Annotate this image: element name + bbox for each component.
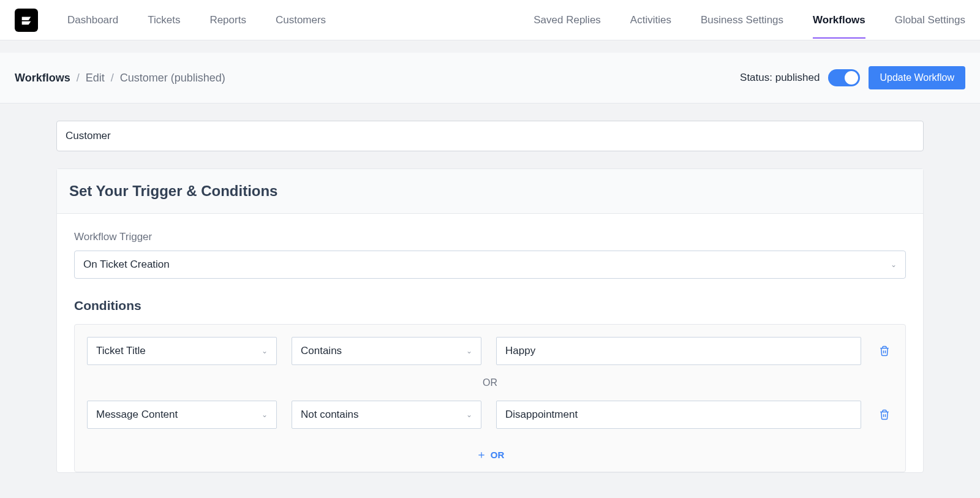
nav-global-settings[interactable]: Global Settings xyxy=(895,2,965,39)
chevron-down-icon: ⌄ xyxy=(262,410,268,419)
update-workflow-button[interactable]: Update Workflow xyxy=(869,66,965,89)
status-toggle[interactable] xyxy=(828,69,860,86)
panel-body: Workflow Trigger On Ticket Creation ⌄ Co… xyxy=(57,214,923,472)
condition-field-value: Message Content xyxy=(96,409,178,421)
nav-business-settings[interactable]: Business Settings xyxy=(701,2,783,39)
nav-customers[interactable]: Customers xyxy=(276,2,326,39)
add-or-button[interactable]: ＋ OR xyxy=(87,443,893,463)
main-container: Set Your Trigger & Conditions Workflow T… xyxy=(0,104,980,497)
trash-icon xyxy=(879,345,890,357)
toggle-knob xyxy=(845,71,858,85)
condition-operator-value: Contains xyxy=(301,345,342,357)
delete-condition-button[interactable] xyxy=(876,345,893,357)
nav-dashboard[interactable]: Dashboard xyxy=(67,2,118,39)
nav-right-group: Saved Replies Activities Business Settin… xyxy=(533,2,965,39)
condition-row: Ticket Title ⌄ Contains ⌄ xyxy=(87,337,893,365)
add-or-label: OR xyxy=(491,450,505,460)
nav-workflows[interactable]: Workflows xyxy=(813,2,865,39)
condition-operator-select[interactable]: Contains ⌄ xyxy=(292,337,481,365)
condition-row: Message Content ⌄ Not contains ⌄ xyxy=(87,401,893,429)
condition-field-value: Ticket Title xyxy=(96,345,146,357)
condition-field-select[interactable]: Message Content ⌄ xyxy=(87,401,277,429)
nav-saved-replies[interactable]: Saved Replies xyxy=(533,2,601,39)
crumb-edit[interactable]: Edit xyxy=(86,72,105,85)
crumb-root[interactable]: Workflows xyxy=(15,72,70,85)
subheader-actions: Status: published Update Workflow xyxy=(740,66,965,89)
panel-heading: Set Your Trigger & Conditions xyxy=(57,169,923,214)
logo-icon xyxy=(20,13,33,27)
subheader: Workflows / Edit / Customer (published) … xyxy=(0,53,980,104)
crumb-sep: / xyxy=(77,72,80,85)
nav-left-group: Dashboard Tickets Reports Customers xyxy=(67,2,326,39)
workflow-name-input[interactable] xyxy=(56,121,924,151)
top-nav: Dashboard Tickets Reports Customers Save… xyxy=(0,0,980,40)
or-separator: OR xyxy=(87,365,893,401)
trigger-label: Workflow Trigger xyxy=(74,231,906,243)
chevron-down-icon: ⌄ xyxy=(466,410,472,419)
chevron-down-icon: ⌄ xyxy=(891,260,897,269)
condition-operator-select[interactable]: Not contains ⌄ xyxy=(292,401,481,429)
nav-tickets[interactable]: Tickets xyxy=(148,2,180,39)
conditions-heading: Conditions xyxy=(74,298,906,313)
spacer xyxy=(87,429,893,443)
crumb-sep: / xyxy=(111,72,114,85)
conditions-box: Ticket Title ⌄ Contains ⌄ xyxy=(74,324,906,472)
app-logo[interactable] xyxy=(15,9,38,32)
breadcrumb: Workflows / Edit / Customer (published) xyxy=(15,72,225,85)
chevron-down-icon: ⌄ xyxy=(262,347,268,355)
trigger-select[interactable]: On Ticket Creation ⌄ xyxy=(74,251,906,279)
chevron-down-icon: ⌄ xyxy=(466,347,472,355)
trigger-value: On Ticket Creation xyxy=(83,258,170,271)
crumb-title: Customer (published) xyxy=(120,72,225,85)
condition-value-input[interactable] xyxy=(496,401,861,429)
nav-activities[interactable]: Activities xyxy=(630,2,671,39)
delete-condition-button[interactable] xyxy=(876,409,893,420)
nav-reports[interactable]: Reports xyxy=(209,2,246,39)
trigger-panel: Set Your Trigger & Conditions Workflow T… xyxy=(56,168,924,473)
condition-field-select[interactable]: Ticket Title ⌄ xyxy=(87,337,277,365)
trash-icon xyxy=(879,409,890,420)
status-label: Status: published xyxy=(740,72,820,84)
condition-value-input[interactable] xyxy=(496,337,861,365)
condition-operator-value: Not contains xyxy=(301,409,359,421)
plus-icon: ＋ xyxy=(476,447,487,462)
